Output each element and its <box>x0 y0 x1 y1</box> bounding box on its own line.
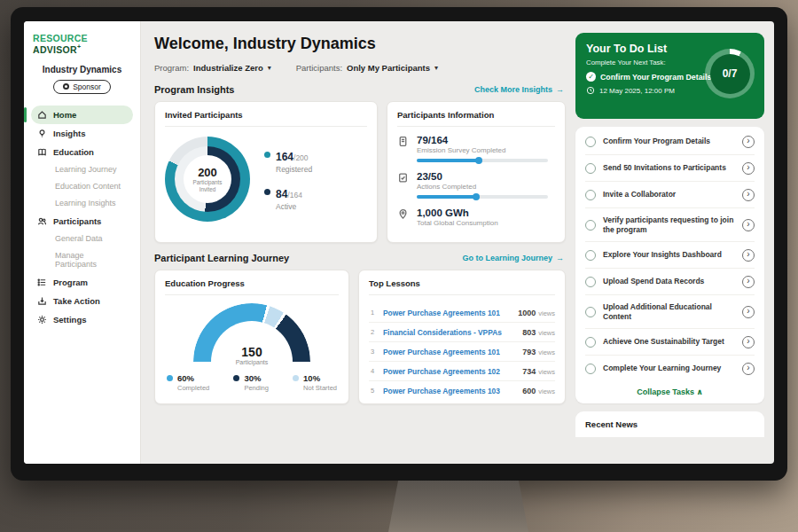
collapse-tasks-button[interactable]: Collapse Tasks ∧ <box>585 381 755 400</box>
sidebar-item-label: Home <box>53 110 76 120</box>
task-checkbox[interactable] <box>585 220 596 231</box>
sidebar-item-learning-journey[interactable]: Learning Journey <box>31 161 133 178</box>
task-row-1[interactable]: Confirm Your Program Details › <box>585 129 755 155</box>
sidebar-item-settings[interactable]: Settings <box>31 310 133 329</box>
task-row-9[interactable]: Complete Your Learning Journey › <box>585 356 755 381</box>
chevron-right-icon[interactable]: › <box>742 189 755 201</box>
task-checkbox[interactable] <box>585 337 596 348</box>
task-checkbox[interactable] <box>585 364 596 374</box>
sidebar-item-take-action[interactable]: Take Action <box>31 292 133 310</box>
task-label: Send 50 Invitations to Participants <box>603 163 726 173</box>
chevron-right-icon[interactable]: › <box>742 219 755 231</box>
task-label: Verify participants requesting to join t… <box>603 215 734 235</box>
dashboard-screen: RESOURCE ADVISOR+ Industry Dynamics Spon… <box>24 21 774 464</box>
stat-actions-completed: 23/50 Actions Completed <box>397 171 555 199</box>
legend-value: 30% <box>244 373 269 383</box>
stat-value: 1,000 GWh <box>417 207 498 218</box>
task-checkbox[interactable] <box>585 277 596 287</box>
arrow-right-icon: → <box>556 254 564 262</box>
section-title: Participant Learning Journey <box>154 253 289 263</box>
legend-label: Not Started <box>303 384 337 392</box>
progress-bar <box>417 159 548 162</box>
participants-filter-label: Participants: <box>296 63 342 73</box>
donut-center-label: Participants Invited <box>188 179 227 193</box>
sidebar-item-program[interactable]: Program <box>31 273 133 292</box>
go-to-learning-journey-link[interactable]: Go to Learning Journey → <box>462 254 564 262</box>
collapse-label: Collapse Tasks <box>637 387 694 396</box>
task-checkbox[interactable] <box>585 137 596 147</box>
sidebar-item-manage-participants[interactable]: Manage Participants <box>31 247 133 273</box>
lesson-rank: 3 <box>369 348 376 356</box>
chevron-right-icon[interactable]: › <box>742 306 755 318</box>
gauge-label: Participants <box>193 359 310 365</box>
task-row-8[interactable]: Achieve One Sustainability Target › <box>585 329 755 356</box>
task-row-3[interactable]: Invite a Collaborator › <box>585 182 755 208</box>
participants-filter[interactable]: Participants: Only My Participants ▾ <box>296 63 438 73</box>
todo-due-date: 12 May 2025, 12:00 PM <box>599 87 675 95</box>
task-row-7[interactable]: Upload Additional Educational Content › <box>585 295 755 329</box>
list-icon <box>37 278 47 287</box>
sidebar-item-general-data[interactable]: General Data <box>31 231 133 247</box>
chevron-right-icon[interactable]: › <box>742 249 755 262</box>
task-row-2[interactable]: Send 50 Invitations to Participants › <box>585 155 755 182</box>
task-label: Invite a Collaborator <box>603 190 676 200</box>
task-row-4[interactable]: Verify participants requesting to join t… <box>585 208 755 242</box>
legend-item-pending: 30% Pending <box>233 373 269 392</box>
sidebar-item-education-content[interactable]: Education Content <box>31 178 133 195</box>
legend-label: Registered <box>276 165 312 174</box>
lesson-link[interactable]: Power Purchase Agreements 102 <box>383 367 500 376</box>
lesson-link[interactable]: Financial Considerations - VPPAs <box>383 328 502 337</box>
monitor-frame: RESOURCE ADVISOR+ Industry Dynamics Spon… <box>11 7 787 481</box>
sidebar-item-home[interactable]: Home <box>31 106 133 124</box>
chevron-right-icon[interactable]: › <box>742 336 755 348</box>
program-filter[interactable]: Program: Industrialize Zero ▾ <box>154 63 271 73</box>
lesson-row: 5 Power Purchase Agreements 103 600views <box>369 381 555 400</box>
invited-card-body: 200 Participants Invited 164/200 Registe <box>165 135 367 222</box>
invited-donut-chart: 200 Participants Invited <box>165 137 250 222</box>
chevron-right-icon[interactable]: › <box>742 276 755 288</box>
gauge-center: 150 Participants <box>193 345 310 365</box>
sidebar-item-education[interactable]: Education <box>31 143 133 161</box>
lesson-rank: 4 <box>369 367 376 375</box>
lesson-link[interactable]: Power Purchase Agreements 103 <box>383 387 500 395</box>
program-filter-value: Industrialize Zero <box>193 63 263 73</box>
legend-of: /164 <box>287 191 302 200</box>
todo-progress-value: 0/7 <box>710 54 750 94</box>
lesson-link[interactable]: Power Purchase Agreements 101 <box>383 348 500 356</box>
stat-value: 23/50 <box>417 171 548 182</box>
page-title: Welcome, Industry Dynamics <box>154 35 566 53</box>
recent-news-title: Recent News <box>585 419 638 429</box>
sidebar-item-label: Participants <box>53 216 101 226</box>
legend-item-registered: 164/200 Registered <box>264 148 312 174</box>
task-checkbox[interactable] <box>585 250 596 261</box>
stat-label: Total Global Consumption <box>417 219 498 227</box>
task-checkbox[interactable] <box>585 307 596 317</box>
sidebar-item-insights[interactable]: Insights <box>31 124 133 143</box>
chevron-right-icon[interactable]: › <box>742 136 755 148</box>
sidebar-item-learning-insights[interactable]: Learning Insights <box>31 195 133 212</box>
sidebar-item-label: Settings <box>53 315 86 325</box>
location-pin-icon <box>397 208 409 220</box>
chevron-right-icon[interactable]: › <box>742 363 755 375</box>
stat-value: 79/164 <box>417 135 548 145</box>
views-label: views <box>538 368 555 376</box>
sidebar-item-participants[interactable]: Participants <box>31 212 133 231</box>
legend-item-active: 84/164 Active <box>264 185 312 211</box>
views-label: views <box>538 387 555 395</box>
task-row-6[interactable]: Upload Spend Data Records › <box>585 269 755 295</box>
sponsor-label: Sponsor <box>73 82 101 91</box>
todo-next-task: Confirm Your Program Details <box>600 73 711 82</box>
task-checkbox[interactable] <box>585 190 596 200</box>
check-more-insights-link[interactable]: Check More Insights → <box>474 85 564 94</box>
learning-journey-cards: Education Progress 150 Participants <box>154 270 566 404</box>
legend-item-completed: 60% Completed <box>167 373 209 392</box>
task-row-5[interactable]: Explore Your Insights Dashboard › <box>585 242 755 269</box>
participants-information-card: Participants Information 79/164 Emission… <box>387 101 566 243</box>
filter-bar: Program: Industrialize Zero ▾ Participan… <box>154 63 566 73</box>
sidebar-item-label: Take Action <box>53 296 100 306</box>
chevron-right-icon[interactable]: › <box>742 162 755 175</box>
task-checkbox[interactable] <box>585 163 596 174</box>
lesson-link[interactable]: Power Purchase Agreements 101 <box>383 309 500 317</box>
participants-filter-value: Only My Participants <box>347 63 430 73</box>
gauge-value: 150 <box>193 345 310 359</box>
